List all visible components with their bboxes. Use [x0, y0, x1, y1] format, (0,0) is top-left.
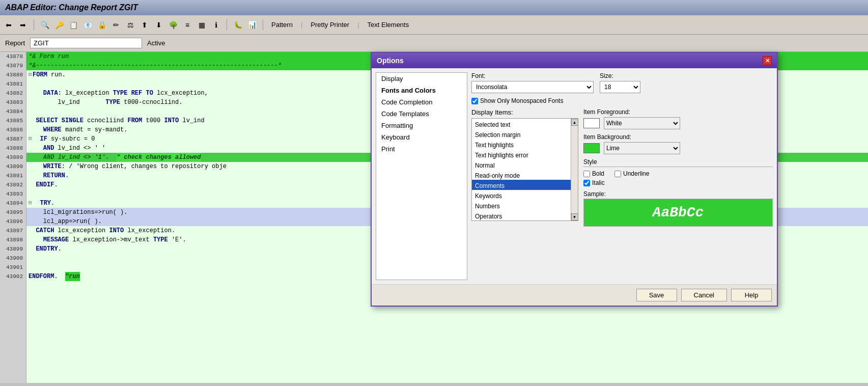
foreground-group: Item Foreground: White Black Red Blue Gr…: [583, 108, 773, 129]
toolbar-separator-3: [263, 19, 263, 31]
foreground-select[interactable]: White Black Red Blue Green: [604, 117, 680, 129]
sample-label: Sample:: [583, 190, 773, 198]
report-name-input[interactable]: [30, 38, 142, 48]
report-bar: Report Active: [0, 35, 868, 52]
underline-check: Underline: [614, 170, 649, 177]
report-label: Report: [5, 39, 25, 47]
monospaced-checkbox-row: Show Only Monospaced Fonts: [471, 97, 773, 104]
bold-checkbox[interactable]: [583, 171, 590, 177]
pattern-button[interactable]: Pattern: [268, 20, 296, 30]
foreground-label: Item Foreground:: [583, 108, 773, 116]
replace-icon[interactable]: 🔑: [53, 19, 65, 31]
title-bar: ABAP Editor: Change Report ZGIT: [0, 0, 868, 15]
nav-item-print[interactable]: Print: [376, 143, 467, 155]
size-group: Size: 18 14 16 20: [600, 72, 640, 93]
bold-check: Bold: [583, 170, 604, 177]
background-select[interactable]: Lime White Black Yellow Red: [604, 142, 680, 154]
nav-item-display[interactable]: Display: [376, 73, 467, 85]
help-button[interactable]: Help: [731, 289, 772, 301]
display-item-selected-text[interactable]: Selected text: [472, 119, 571, 129]
copy-icon[interactable]: 📋: [68, 19, 79, 31]
bold-label: Bold: [592, 170, 604, 177]
display-items-section: Display Items: Selected text Selection m…: [471, 108, 773, 280]
monospaced-checkbox[interactable]: [471, 98, 478, 104]
background-group: Item Background: Lime White Black Yellow…: [583, 133, 773, 154]
style-checkboxes-2: Italic: [583, 179, 773, 186]
download-icon[interactable]: ⬇: [153, 19, 164, 31]
main-area: 43878 43879 43880 43881 43882 43883 4388…: [0, 52, 868, 383]
cancel-button[interactable]: Cancel: [681, 289, 727, 301]
tree-icon[interactable]: 🌳: [167, 19, 179, 31]
indent-icon[interactable]: ≡: [182, 19, 193, 31]
text-elements-button[interactable]: Text Elements: [365, 20, 412, 30]
dialog-title: Options: [377, 57, 404, 65]
pretty-printer-button[interactable]: Pretty Printer: [307, 20, 352, 30]
display-item-keywords[interactable]: Keywords: [472, 190, 571, 200]
line-numbers: 43878 43879 43880 43881 43882 43883 4388…: [0, 52, 26, 383]
display-items-label: Display Items:: [471, 108, 578, 116]
underline-checkbox[interactable]: [614, 171, 621, 177]
dialog-titlebar: Options ✕: [372, 53, 777, 68]
size-select[interactable]: 18 14 16 20: [600, 81, 640, 93]
background-color-box: [583, 143, 600, 153]
dialog-nav: Display Fonts and Colors Code Completion…: [376, 72, 467, 280]
options-dialog: Options ✕ Display Fonts and Colors Code …: [371, 52, 778, 307]
dialog-buttons: Save Cancel Help: [372, 284, 777, 306]
info-icon[interactable]: ℹ: [210, 19, 221, 31]
display-items-list[interactable]: Selected text Selection margin Text high…: [472, 119, 571, 220]
back-icon[interactable]: ⬅: [3, 19, 14, 31]
nav-item-keyboard[interactable]: Keyboard: [376, 131, 467, 143]
toolbar: ⬅ ➡ 🔍 🔑 📋 📧 🔒 ✏ ⚖ ⬆ ⬇ 🌳 ≡ ▦ ℹ 🐛 📊 Patter…: [0, 15, 868, 35]
font-select[interactable]: Inconsolata Courier New Consolas: [471, 81, 594, 93]
italic-label: Italic: [592, 179, 605, 186]
scroll-thumb[interactable]: [571, 126, 578, 213]
lock-icon[interactable]: 🔒: [96, 19, 107, 31]
app-title: ABAP Editor: Change Report ZGIT: [5, 3, 138, 12]
font-label: Font:: [471, 72, 594, 79]
sample-preview: AaBbCc: [583, 199, 773, 227]
foreground-row: White Black Red Blue Green: [583, 117, 773, 129]
scroll-down[interactable]: ▼: [571, 213, 578, 220]
block-icon[interactable]: ▦: [196, 19, 207, 31]
report-status: Active: [147, 39, 165, 47]
size-label: Size:: [600, 72, 640, 79]
nav-item-code-completion[interactable]: Code Completion: [376, 96, 467, 108]
forward-icon[interactable]: ➡: [17, 19, 29, 31]
monospaced-label: Show Only Monospaced Fonts: [480, 97, 563, 104]
display-item-text-highlights-error[interactable]: Text highlights error: [472, 149, 571, 159]
dialog-right-panel: Font: Inconsolata Courier New Consolas S…: [471, 72, 773, 280]
italic-checkbox[interactable]: [583, 180, 590, 186]
nav-item-fonts-colors[interactable]: Fonts and Colors: [376, 85, 467, 96]
display-item-normal[interactable]: Normal: [472, 159, 571, 170]
dialog-close-button[interactable]: ✕: [763, 56, 772, 65]
debug-icon[interactable]: 🐛: [232, 19, 243, 31]
foreground-color-box: [583, 118, 600, 128]
display-item-numbers[interactable]: Numbers: [472, 200, 571, 210]
compare-icon[interactable]: ⚖: [125, 19, 136, 31]
display-item-comments[interactable]: Comments: [472, 180, 571, 190]
dialog-body: Display Fonts and Colors Code Completion…: [372, 68, 777, 284]
scroll-up[interactable]: ▲: [571, 119, 578, 126]
display-item-text-highlights[interactable]: Text highlights: [472, 139, 571, 149]
display-items-wrapper: Selected text Selection margin Text high…: [471, 118, 578, 221]
save-button[interactable]: Save: [636, 289, 677, 301]
upload-icon[interactable]: ⬆: [139, 19, 150, 31]
pencil-icon[interactable]: ✏: [110, 19, 122, 31]
underline-label: Underline: [623, 170, 649, 177]
display-item-selection-margin[interactable]: Selection margin: [472, 129, 571, 139]
nav-item-code-templates[interactable]: Code Templates: [376, 108, 467, 120]
profile-icon[interactable]: 📊: [246, 19, 258, 31]
font-section: Font: Inconsolata Courier New Consolas S…: [471, 72, 773, 93]
display-item-readonly[interactable]: Read-only mode: [472, 170, 571, 180]
mail-icon[interactable]: 📧: [82, 19, 93, 31]
background-row: Lime White Black Yellow Red: [583, 142, 773, 154]
nav-item-formatting[interactable]: Formatting: [376, 120, 467, 131]
style-section: Style Bold Underline: [583, 158, 773, 186]
display-item-operators[interactable]: Operators: [472, 210, 571, 220]
find-icon[interactable]: 🔍: [39, 19, 50, 31]
font-group: Font: Inconsolata Courier New Consolas: [471, 72, 594, 93]
toolbar-separator-2: [227, 19, 227, 31]
list-scrollbar: ▲ ▼: [571, 119, 578, 220]
sample-section: Sample: AaBbCc: [583, 190, 773, 227]
style-label: Style: [583, 158, 773, 167]
